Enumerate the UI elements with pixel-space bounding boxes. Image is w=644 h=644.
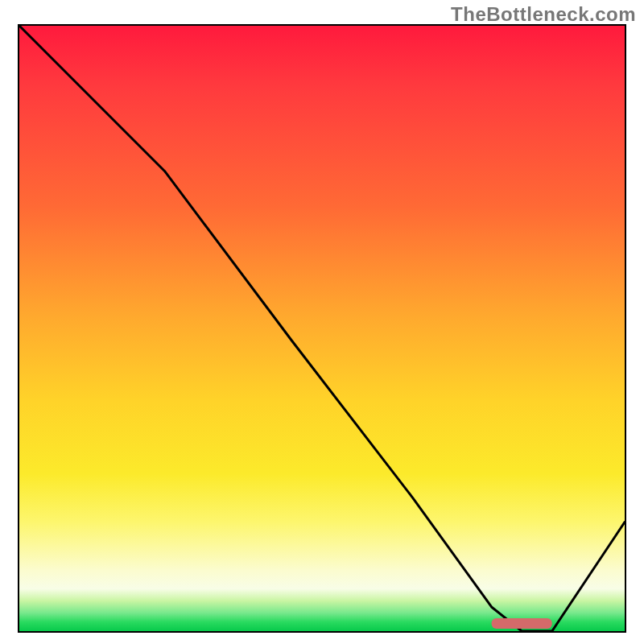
chart-root: TheBottleneck.com (0, 0, 644, 644)
chart-overlay (19, 26, 625, 631)
watermark-label: TheBottleneck.com (451, 3, 636, 26)
bottleneck-curve (19, 26, 625, 631)
sweet-spot-bar (492, 618, 552, 629)
plot-area (18, 24, 626, 633)
